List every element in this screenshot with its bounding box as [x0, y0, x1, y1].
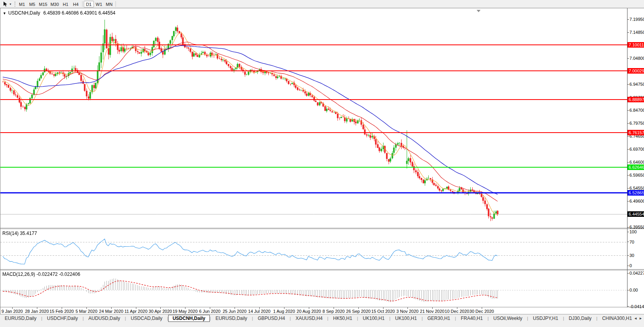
timeframe-button-d1[interactable]: D1 — [84, 1, 94, 7]
hline-price-flag[interactable]: 6.76157 — [627, 130, 644, 135]
timeframe-buttons: M1M5M15M30H1H4D1W1MN — [17, 1, 117, 7]
axis-tick — [627, 19, 629, 20]
current-price-flag: 6.44554 — [627, 211, 644, 217]
symbol-tab-gbpusd-h4[interactable]: GBPUSD,H4 — [253, 315, 290, 321]
hline-price-flag[interactable]: 6.62646 — [627, 164, 644, 170]
hline-price-flag[interactable]: 6.52865 — [627, 190, 644, 196]
price-tick-label: 6.69700 — [629, 147, 644, 151]
price-tick-label: 7.04800 — [629, 56, 644, 61]
pane-separator[interactable] — [0, 228, 644, 229]
rsi-level-label: 70 — [629, 240, 634, 244]
cursor-dropdown-caret-icon[interactable]: ▼ — [9, 3, 14, 6]
timeframe-toolbar: ▼ M1M5M15M30H1H4D1W1MN — [0, 0, 644, 8]
axis-tick — [627, 242, 629, 242]
tab-scroll-right-icon[interactable]: ► — [639, 316, 642, 320]
macd-level-label: -0.04148 — [629, 304, 644, 309]
pane-border — [0, 307, 644, 307]
rsi-level-label: 30 — [629, 253, 634, 258]
price-tick-label: 6.94750 — [629, 82, 644, 87]
tab-scroll-controls: ◄ ► — [632, 314, 644, 322]
rsi-indicator-canvas[interactable] — [0, 229, 627, 269]
toolbar-separator — [82, 1, 83, 7]
rsi-level-label: 100 — [629, 229, 637, 234]
symbol-tab-china300-h1[interactable]: CHINA300,H1 — [597, 315, 637, 321]
chart-title: ▼USDCNH,Daily6.45839 6.46086 6.43901 6.4… — [3, 10, 116, 16]
hline-price-flag[interactable]: 7.00029 — [627, 68, 644, 74]
timeframe-button-h4[interactable]: H4 — [71, 1, 81, 7]
axis-tick — [627, 123, 629, 124]
symbol-tab-audusd-daily[interactable]: AUDUSD,Daily — [84, 315, 125, 321]
price-tick-label: 7.19950 — [629, 17, 644, 22]
macd-level-label: 0.00 — [629, 288, 638, 292]
date-label: 30 Dec 2020 — [464, 309, 499, 314]
symbol-tab-hk50-h1[interactable]: HK50,H1 — [328, 315, 357, 321]
cursor-arrow-icon — [3, 1, 8, 7]
axis-tick — [627, 149, 629, 150]
axis-tick — [627, 188, 629, 188]
price-tick-label: 7.14850 — [629, 30, 644, 35]
axis-tick — [627, 32, 629, 33]
axis-tick — [627, 255, 629, 256]
hline-price-flag[interactable]: 6.88897 — [627, 97, 644, 102]
toolbar-separator — [116, 1, 116, 7]
timeframe-button-m30[interactable]: M30 — [49, 1, 60, 7]
axis-tick — [627, 266, 629, 266]
macd-indicator-canvas[interactable] — [0, 270, 627, 307]
symbol-tab-xauusd-h4[interactable]: XAUUSD,H4 — [291, 315, 327, 321]
symbol-tab-usoil-weekly[interactable]: USOil,Weekly — [489, 315, 527, 321]
symbol-tab-dj30-daily[interactable]: DJ30,Daily — [564, 315, 596, 321]
price-tick-label: 6.79750 — [629, 121, 644, 126]
axis-tick — [627, 290, 629, 290]
timeframe-button-mn[interactable]: MN — [104, 1, 114, 7]
chart-window: ▼USDCNH,Daily6.45839 6.46086 6.43901 6.4… — [0, 8, 644, 314]
price-axis-line — [627, 8, 627, 307]
axis-tick — [627, 175, 629, 176]
price-chart-canvas[interactable] — [0, 8, 627, 228]
symbol-tab-usdcnh-daily[interactable]: USDCNH,Daily — [168, 315, 209, 322]
axis-tick — [627, 110, 629, 111]
axis-tick — [627, 136, 629, 137]
symbol-tab-eurusd-daily[interactable]: EURUSD,Daily — [0, 315, 41, 321]
symbol-tab-usdjpy-h1[interactable]: USDJPY,H1 — [528, 315, 563, 321]
timeframe-button-h1[interactable]: H1 — [61, 1, 71, 7]
toolbar-grip — [15, 2, 15, 7]
price-tick-label: 6.64600 — [629, 160, 644, 164]
timeframe-button-m1[interactable]: M1 — [17, 1, 27, 7]
macd-header: MACD(12,26,9) -0.022472 -0.022406 — [2, 272, 80, 277]
symbol-tab-uk100-h1[interactable]: UK100,H1 — [358, 315, 389, 321]
axis-tick — [627, 306, 629, 307]
price-tick-label: 6.84700 — [629, 108, 644, 113]
chart-collapse-icon[interactable]: ▼ — [3, 11, 6, 15]
chart-symbol-period: USDCNH,Daily — [8, 10, 40, 16]
symbol-tab-usdcad-daily[interactable]: USDCAD,Daily — [126, 315, 167, 321]
axis-tick — [627, 232, 629, 232]
bottom-strip — [0, 322, 644, 327]
price-tick-label: 6.59650 — [629, 173, 644, 177]
price-tick-label: 6.49600 — [629, 199, 644, 203]
symbol-tab-usdchf-daily[interactable]: USDCHF,Daily — [42, 315, 83, 321]
axis-tick — [627, 201, 629, 201]
symbol-tab-ger30-h1[interactable]: GER30,H1 — [423, 315, 455, 321]
rsi-level-label: 0 — [629, 263, 632, 268]
timeframe-button-m5[interactable]: M5 — [27, 1, 37, 7]
axis-tick — [627, 273, 629, 273]
axis-tick — [627, 227, 629, 227]
macd-level-label: 0.042275 — [629, 271, 644, 275]
price-tick-label: 6.39550 — [629, 225, 644, 229]
rsi-header: RSI(14) 35.4177 — [2, 231, 37, 236]
timeframe-button-m15[interactable]: M15 — [37, 1, 49, 7]
symbol-tab-fra40-h1[interactable]: FRA40,H1 — [456, 315, 488, 321]
hline-price-flag[interactable]: 7.10011 — [627, 42, 644, 48]
axis-tick — [627, 84, 629, 85]
timeframe-button-w1[interactable]: W1 — [94, 1, 104, 7]
symbol-tab-bar: EURUSD,Daily|USDCHF,Daily|AUDUSD,Daily|U… — [0, 314, 644, 322]
tab-scroll-left-icon[interactable]: ◄ — [634, 316, 637, 320]
chart-ohlc-values: 6.45839 6.46086 6.43901 6.44554 — [43, 10, 116, 16]
pane-separator[interactable] — [0, 269, 644, 270]
symbol-tab-uk100-h1[interactable]: UK100,H1 — [391, 315, 422, 321]
cursor-tool-button[interactable] — [1, 1, 9, 7]
axis-tick — [627, 162, 629, 163]
axis-tick — [627, 58, 629, 59]
symbol-tab-eurusd-daily[interactable]: EURUSD,Daily — [211, 315, 252, 321]
mt4-screen: ▼ M1M5M15M30H1H4D1W1MN ▼USDCNH,Daily6.45… — [0, 0, 644, 327]
